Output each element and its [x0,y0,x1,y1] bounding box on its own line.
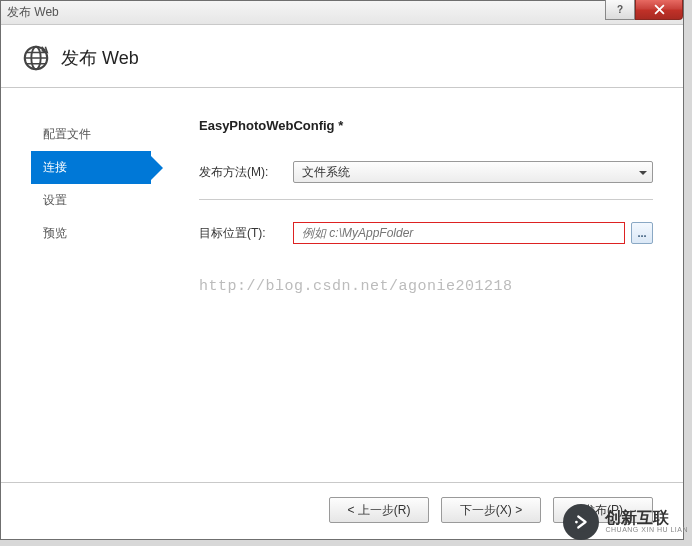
sidebar-nav: 配置文件 连接 设置 预览 [1,118,151,482]
brand-text: 创新互联 CHUANG XIN HU LIAN [605,510,688,534]
watermark-text: http://blog.csdn.net/agonie201218 [199,278,653,295]
window-title: 发布 Web [7,4,59,21]
publish-method-label: 发布方法(M): [199,164,279,181]
brand-logo-icon [563,504,599,540]
svg-point-3 [576,521,579,524]
separator [199,199,653,200]
nav-item-settings[interactable]: 设置 [31,184,151,217]
nav-item-preview[interactable]: 预览 [31,217,151,250]
target-row: 目标位置(T): ... [199,222,653,244]
publish-method-value: 文件系统 [302,164,350,181]
browse-button[interactable]: ... [631,222,653,244]
titlebar: 发布 Web ? [1,1,683,25]
close-button[interactable] [635,0,683,20]
globe-icon [21,43,51,73]
header: 发布 Web [1,25,683,88]
brand-en: CHUANG XIN HU LIAN [605,526,688,534]
window-controls: ? [605,0,683,20]
body: 配置文件 连接 设置 预览 EasyPhotoWebConfig * 发布方法(… [1,88,683,482]
target-input-wrap: ... [293,222,653,244]
main-panel: EasyPhotoWebConfig * 发布方法(M): 文件系统 目标位 [151,118,683,482]
svg-point-2 [571,512,591,532]
publish-method-select-wrap: 文件系统 [293,161,653,183]
config-title: EasyPhotoWebConfig * [199,118,653,133]
content: 发布 Web 配置文件 连接 设置 预览 EasyPhotoWebConfig … [1,25,683,539]
target-input[interactable] [293,222,625,244]
dialog-window: 发布 Web ? 发布 Web 配置文件 连接 [0,0,684,540]
publish-method-select[interactable]: 文件系统 [293,161,653,183]
target-label: 目标位置(T): [199,225,279,242]
nav-item-connection[interactable]: 连接 [31,151,151,184]
help-button[interactable]: ? [605,0,635,20]
next-button[interactable]: 下一步(X) > [441,497,541,523]
header-title: 发布 Web [61,46,139,70]
brand-watermark: 创新互联 CHUANG XIN HU LIAN [563,504,688,540]
publish-method-row: 发布方法(M): 文件系统 [199,161,653,183]
prev-button[interactable]: < 上一步(R) [329,497,429,523]
close-icon [654,4,665,15]
nav-item-profile[interactable]: 配置文件 [31,118,151,151]
brand-cn: 创新互联 [605,510,688,526]
